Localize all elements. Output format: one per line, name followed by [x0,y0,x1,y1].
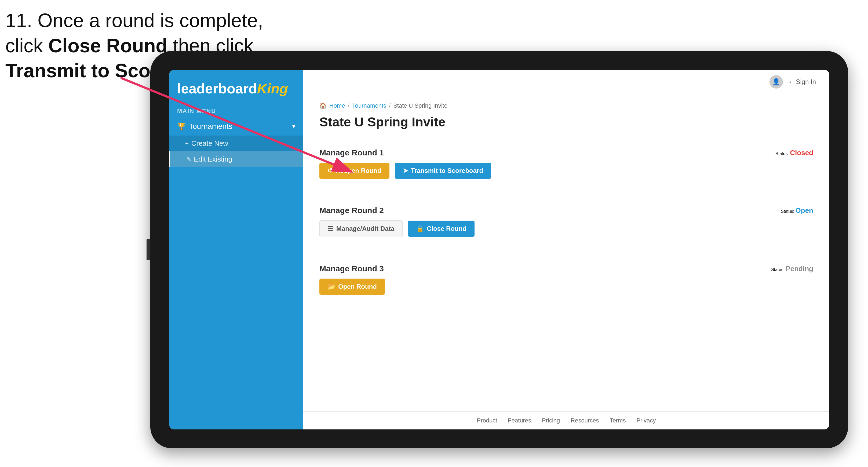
main-menu-label: MAIN MENU [169,102,303,117]
round-2-section: Manage Round 2 Status: Open ☰ Manage/Aud… [319,198,813,245]
sign-in-area[interactable]: 👤 → Sign In [770,75,816,89]
round-2-title: Manage Round 2 [319,206,384,215]
round-1-status: Status: Closed [775,149,813,157]
transmit-scoreboard-label: Transmit to Scoreboard [411,167,483,175]
manage-audit-label: Manage/Audit Data [336,225,394,232]
sidebar-item-edit-existing[interactable]: ✎ Edit Existing [169,151,303,167]
round-3-section: Manage Round 3 Status: Pending 📂 Open Ro… [319,256,813,303]
avatar: 👤 [770,75,783,89]
round-3-status-label: Status: [771,267,784,272]
breadcrumb-sep1: / [348,102,349,109]
round-1-status-label: Status: [775,151,789,156]
open-round-label: Open Round [338,283,377,290]
sign-in-label: Sign In [796,78,816,86]
tablet-screen: leaderboardKing MAIN MENU 🏆 Tournaments … [169,70,829,429]
close-round-label: Close Round [427,225,466,232]
edit-icon: ✎ [186,156,191,163]
round-1-section: Manage Round 1 Status: Closed ↺ Reopen R… [319,140,813,187]
tablet-frame: leaderboardKing MAIN MENU 🏆 Tournaments … [150,51,848,448]
footer-resources[interactable]: Resources [570,417,599,424]
sidebar: leaderboardKing MAIN MENU 🏆 Tournaments … [169,70,303,429]
round-2-actions: ☰ Manage/Audit Data 🔒 Close Round [319,220,813,237]
round-1-title: Manage Round 1 [319,148,384,157]
breadcrumb-current: State U Spring Invite [393,102,447,109]
footer-privacy[interactable]: Privacy [637,417,656,424]
breadcrumb-tournaments[interactable]: Tournaments [352,102,386,109]
round-2-status-label: Status: [781,209,794,214]
content-area: 🏠 Home / Tournaments / State U Spring In… [303,94,829,411]
transmit-to-scoreboard-button[interactable]: ➤ Transmit to Scoreboard [395,163,491,179]
footer: Product Features Pricing Resources Terms… [303,411,829,429]
round-3-title: Manage Round 3 [319,264,384,273]
footer-features[interactable]: Features [508,417,531,424]
sign-in-arrow-icon: → [786,78,793,86]
chevron-down-icon: ▾ [292,123,295,130]
transmit-icon: ➤ [403,167,408,175]
round-2-status-value: Open [796,207,813,214]
trophy-icon: 🏆 [177,122,186,131]
reopen-icon: ↺ [328,167,333,175]
reopen-round-label: Reopen Round [336,167,381,175]
create-new-label: Create New [191,139,228,148]
footer-terms[interactable]: Terms [610,417,626,424]
reopen-round-button[interactable]: ↺ Reopen Round [319,163,390,179]
footer-product[interactable]: Product [477,417,497,424]
logo-leaderboard: leaderboard [177,81,257,96]
breadcrumb-home[interactable]: Home [329,102,345,109]
top-bar: 👤 → Sign In [303,70,829,94]
app-container: leaderboardKing MAIN MENU 🏆 Tournaments … [169,70,829,429]
main-content: 👤 → Sign In 🏠 Home / Tournaments / State [303,70,829,429]
round-1-status-value: Closed [790,149,813,157]
round-3-actions: 📂 Open Round [319,279,813,295]
round-2-status: Status: Open [781,207,813,215]
audit-icon: ☰ [328,225,334,232]
round-3-status: Status: Pending [771,264,813,273]
sidebar-item-create-new[interactable]: + Create New [169,135,303,151]
round-3-header: Manage Round 3 Status: Pending [319,264,813,273]
page-title: State U Spring Invite [319,115,813,129]
edit-existing-label: Edit Existing [194,155,232,163]
round-1-header: Manage Round 1 Status: Closed [319,148,813,157]
sidebar-submenu: + Create New ✎ Edit Existing [169,135,303,167]
manage-audit-button[interactable]: ☰ Manage/Audit Data [319,220,403,237]
breadcrumb: 🏠 Home / Tournaments / State U Spring In… [319,102,813,109]
sidebar-tournaments-label: Tournaments [189,122,232,131]
tablet-side-button [147,239,150,260]
round-1-actions: ↺ Reopen Round ➤ Transmit to Scoreboard [319,163,813,179]
open-icon: 📂 [328,283,336,290]
round-3-status-value: Pending [785,264,813,273]
round-2-header: Manage Round 2 Status: Open [319,206,813,215]
sidebar-item-tournaments[interactable]: 🏆 Tournaments ▾ [169,117,303,135]
footer-pricing[interactable]: Pricing [542,417,560,424]
logo: leaderboardKing [177,81,295,97]
close-round-button[interactable]: 🔒 Close Round [408,221,474,237]
plus-icon: + [185,140,189,147]
open-round-button[interactable]: 📂 Open Round [319,279,385,295]
logo-area: leaderboardKing [169,70,303,102]
logo-king: King [257,81,288,96]
lock-icon: 🔒 [416,225,424,232]
breadcrumb-sep2: / [389,102,391,109]
home-icon: 🏠 [319,102,327,109]
instruction-line1: 11. Once a round is complete, [5,8,263,33]
